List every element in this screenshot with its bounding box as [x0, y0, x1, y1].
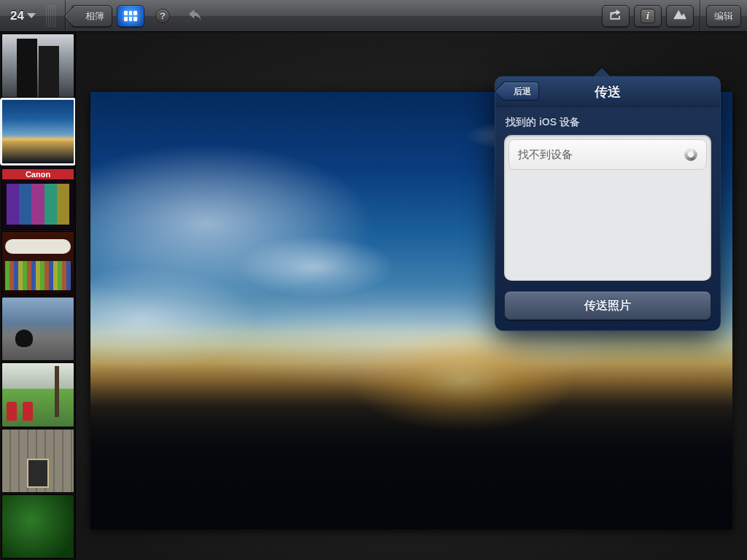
albums-back-label: 相簿 [85, 9, 104, 23]
thumbnail[interactable] [1, 429, 74, 493]
popover-back-label: 后退 [514, 85, 531, 98]
toolbar-divider [700, 0, 700, 32]
main-area: 后退 传送 找到的 iOS 设备 找不到设备 传送照片 [0, 32, 747, 560]
share-button[interactable] [602, 5, 630, 27]
share-icon [608, 8, 623, 23]
beam-photo-button[interactable]: 传送照片 [504, 291, 711, 320]
chevron-down-icon [27, 13, 36, 18]
adjust-button[interactable] [666, 5, 694, 27]
info-icon: i [640, 9, 655, 23]
popover-back-button[interactable]: 后退 [501, 82, 539, 101]
thumbnail-strip[interactable] [0, 32, 76, 560]
edit-label: 编辑 [714, 9, 733, 23]
device-list: 找不到设备 [504, 135, 711, 281]
popover-title: 传送 [595, 83, 621, 101]
thumbnail[interactable] [1, 494, 74, 559]
thumbnail[interactable] [1, 34, 74, 98]
photo-count-value: 24 [10, 9, 24, 23]
thumbnail[interactable] [1, 99, 74, 163]
device-row-empty: 找不到设备 [508, 139, 707, 170]
drag-grip-icon[interactable] [46, 5, 56, 27]
thumbnail[interactable] [1, 231, 74, 295]
beam-photo-label: 传送照片 [584, 298, 631, 314]
adjust-icon [672, 9, 688, 23]
grid-icon [124, 11, 137, 21]
help-icon: ? [155, 9, 170, 23]
thumbnail[interactable] [1, 297, 74, 361]
photo-count[interactable]: 24 [6, 9, 40, 23]
help-button[interactable]: ? [149, 5, 177, 27]
beam-popover: 后退 传送 找到的 iOS 设备 找不到设备 传送照片 [495, 76, 721, 331]
popover-body: 找到的 iOS 设备 找不到设备 传送照片 [495, 107, 720, 330]
top-toolbar: 24 相簿 ? i 编辑 [0, 0, 747, 32]
undo-icon [187, 9, 203, 23]
thumbnail[interactable] [1, 362, 74, 427]
edit-button[interactable]: 编辑 [706, 5, 741, 27]
photo-viewer: 后退 传送 找到的 iOS 设备 找不到设备 传送照片 [76, 32, 747, 560]
loading-spinner-icon [684, 148, 697, 161]
no-device-label: 找不到设备 [518, 148, 573, 162]
info-button[interactable]: i [634, 5, 662, 27]
albums-back-button[interactable]: 相簿 [71, 5, 112, 27]
grid-view-button[interactable] [117, 5, 144, 27]
undo-button[interactable] [181, 5, 209, 27]
devices-section-label: 找到的 iOS 设备 [506, 116, 711, 129]
thumbnail[interactable] [1, 166, 74, 230]
popover-header: 后退 传送 [495, 77, 720, 107]
